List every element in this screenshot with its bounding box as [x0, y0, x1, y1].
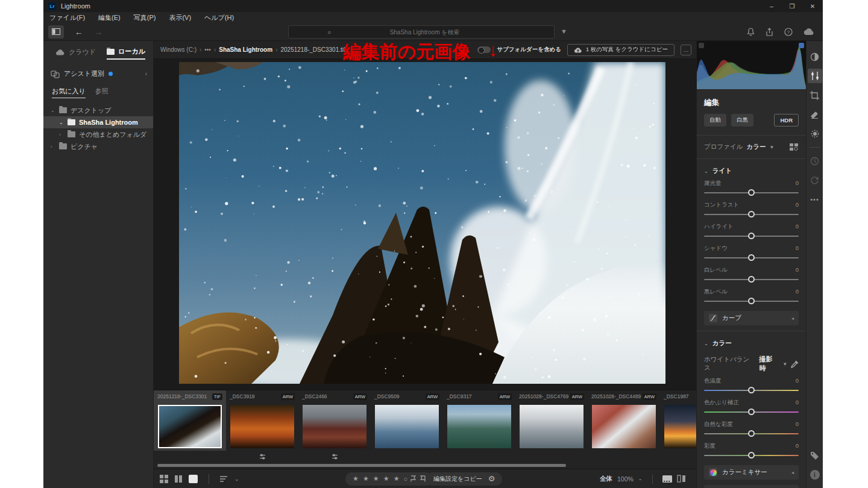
filmstrip-item[interactable]: 20251028-_DSC4769ARW [515, 390, 588, 451]
masking-button[interactable] [808, 127, 822, 141]
close-button[interactable]: ✕ [802, 0, 823, 12]
slider-knob[interactable] [748, 298, 755, 304]
tree-item-other-folder[interactable]: › その他まとめフォルダ [43, 128, 153, 140]
crop-button[interactable] [808, 88, 822, 102]
forward-button[interactable]: → [94, 27, 102, 37]
back-button[interactable]: ← [75, 27, 83, 37]
slider-knob[interactable] [748, 387, 755, 393]
search-box[interactable]: ⌕ [288, 25, 555, 39]
hdr-button[interactable]: HDR [774, 114, 799, 127]
tab-local[interactable]: ローカル [107, 47, 145, 60]
curve-row[interactable]: カーブ ◂ [704, 311, 799, 325]
slider-knob[interactable] [748, 189, 755, 196]
thumbnail[interactable] [375, 405, 439, 448]
search-input[interactable] [335, 29, 515, 36]
zoom-fit-label[interactable]: 全体 [600, 475, 612, 483]
tab-favorites[interactable]: お気に入り [52, 87, 86, 98]
menu-edit[interactable]: 編集(E) [98, 13, 121, 22]
chevron-down-icon[interactable]: ⌄ [638, 476, 643, 481]
menu-view[interactable]: 表示(V) [169, 13, 191, 22]
keywords-button[interactable] [808, 448, 822, 463]
assist-culling-row[interactable]: アシスト選別 ‹ [43, 63, 153, 83]
star-rating[interactable]: ★ ★ ★ ★ ★ [353, 475, 401, 483]
versions-button[interactable] [808, 173, 822, 187]
highlight-clipping-indicator[interactable] [799, 43, 804, 48]
healing-button[interactable] [808, 107, 822, 122]
slider-knob[interactable] [748, 408, 755, 415]
notifications-bell-icon[interactable] [747, 28, 755, 36]
slider-knob[interactable] [748, 233, 755, 239]
chevron-down-icon[interactable]: ⌄ [51, 108, 55, 113]
flag-reject-icon[interactable] [420, 475, 426, 482]
slider-knob[interactable] [748, 430, 755, 437]
filmstrip-scrollbar[interactable] [154, 463, 696, 469]
histogram[interactable] [697, 41, 806, 89]
color-mixer-row[interactable]: カラーミキサー ◂ [704, 465, 799, 480]
thumbnail[interactable] [230, 405, 294, 448]
flag-pick-icon[interactable] [410, 475, 417, 482]
filter-icon[interactable]: ▼ [561, 28, 567, 35]
panel-toggle-button[interactable] [48, 25, 64, 39]
share-icon[interactable] [766, 28, 773, 36]
copy-to-cloud-button[interactable]: 1 枚の写真 をクラウドにコピー [567, 44, 675, 56]
browse-profiles-icon[interactable] [790, 143, 799, 151]
slider-knob[interactable] [748, 452, 755, 458]
black-white-button[interactable]: 白黒 [731, 114, 753, 127]
expand-arrow-icon[interactable]: ◂ [791, 470, 794, 475]
history-button[interactable] [808, 154, 822, 168]
copy-edit-settings-button[interactable]: 編集設定をコピー ⚙ [426, 472, 502, 486]
auto-button[interactable]: 自動 [704, 114, 726, 127]
minimize-button[interactable]: – [761, 0, 782, 12]
presets-button[interactable] [808, 49, 822, 64]
edit-button[interactable] [808, 69, 822, 83]
chevron-down-icon[interactable]: ▼ [769, 145, 774, 150]
chevron-down-icon[interactable]: ⌄ [704, 169, 708, 174]
shadow-clipping-indicator[interactable] [699, 43, 704, 48]
chevron-down-icon[interactable]: ⌄ [234, 476, 239, 482]
detail-view-icon[interactable] [189, 475, 198, 483]
menu-photo[interactable]: 写真(P) [134, 13, 156, 22]
color-label-circle-icon[interactable]: ○ [404, 475, 408, 483]
zoom-level-value[interactable]: 100% [617, 475, 634, 483]
main-photo[interactable] [179, 62, 665, 384]
menu-file[interactable]: ファイル(F) [49, 13, 85, 22]
thumbnail[interactable] [592, 405, 656, 448]
point-color-row[interactable]: ポイントカラー ◂ [704, 485, 799, 488]
breadcrumb-ellipsis[interactable]: ••• [204, 46, 211, 53]
grid-view-icon[interactable] [160, 475, 168, 483]
collapse-sidebar-icon[interactable]: ‹ [145, 70, 147, 77]
help-icon[interactable]: ? [784, 28, 793, 36]
white-balance-value[interactable]: 撮影時 [759, 355, 779, 373]
filmstrip-item[interactable]: 20251218-_DSC3301TIF [154, 390, 226, 451]
slider-knob[interactable] [748, 276, 755, 283]
thumbnail[interactable] [303, 405, 366, 448]
sort-icon[interactable] [220, 475, 228, 483]
maximize-button[interactable]: ❐ [782, 0, 802, 12]
tab-browse[interactable]: 参照 [95, 87, 108, 98]
chevron-down-icon[interactable]: ▼ [782, 361, 787, 367]
filmstrip-toggle-icon[interactable] [662, 475, 672, 483]
gear-icon[interactable]: ⚙ [488, 474, 495, 483]
filmstrip-item[interactable]: _DSC9317ARW [443, 390, 515, 451]
breadcrumb-root[interactable]: Windows (C:) [160, 46, 197, 53]
chevron-right-icon[interactable]: › [51, 144, 55, 149]
menu-help[interactable]: ヘルプ(H) [204, 13, 234, 22]
filmstrip-item[interactable]: _DSC3919ARW [226, 390, 298, 451]
profile-value[interactable]: カラー [746, 143, 766, 151]
slider-knob[interactable] [748, 254, 755, 261]
breadcrumb-file[interactable]: 20251218-_DSC3301.tif [280, 46, 345, 53]
tree-item-desktop[interactable]: ⌄ デスクトップ [43, 104, 153, 116]
scrollbar-thumb[interactable] [157, 464, 566, 467]
thumbnail[interactable] [158, 405, 222, 448]
thumbnail[interactable] [447, 405, 511, 448]
before-after-compare-icon[interactable] [677, 475, 686, 483]
slider-knob[interactable] [748, 211, 755, 217]
more-options-button[interactable]: … [681, 45, 691, 55]
eyedropper-icon[interactable] [791, 360, 799, 368]
square-grid-view-icon[interactable] [174, 475, 183, 483]
breadcrumb-folder[interactable]: ShaSha Lightroom [219, 46, 272, 53]
tree-item-pictures[interactable]: › ピクチャ [43, 140, 153, 152]
chevron-down-icon[interactable]: ⌄ [59, 120, 64, 125]
info-button[interactable]: i [808, 468, 822, 482]
filmstrip-item[interactable]: 20251028-_DSC4489ARW [588, 390, 660, 451]
